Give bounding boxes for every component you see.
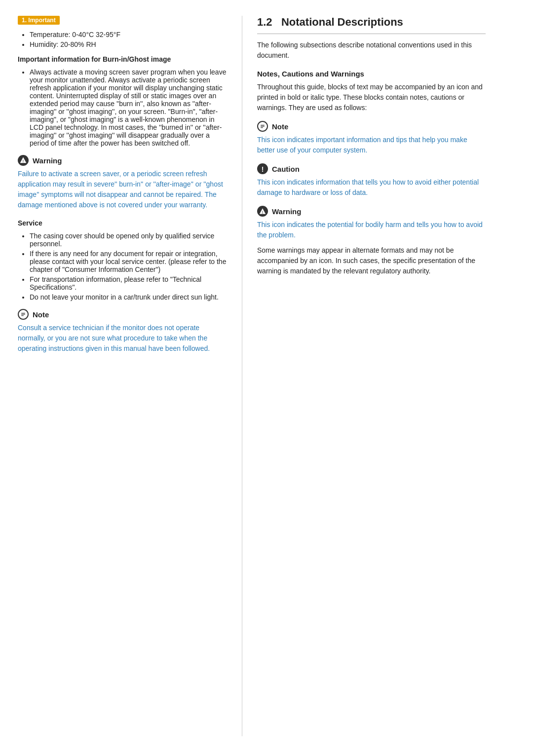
right-warning-label: Warning	[272, 207, 301, 216]
sub-heading: Notes, Cautions and Warnings	[257, 70, 486, 78]
sub-intro: Throughout this guide, blocks of text ma…	[257, 82, 486, 113]
right-warning-block: ! Warning	[257, 206, 486, 217]
list-item: Do not leave your monitor in a car/trunk…	[30, 293, 227, 301]
right-warning-text: This icon indicates the potential for bo…	[257, 220, 486, 240]
svg-rect-5	[261, 126, 265, 127]
caution-icon: !	[257, 163, 268, 174]
svg-rect-3	[21, 315, 24, 316]
right-caution-label: Caution	[272, 165, 300, 173]
right-note-label: Note	[272, 122, 288, 131]
svg-rect-1	[21, 313, 25, 313]
section-title: 1.2 Notational Descriptions	[257, 16, 486, 34]
burn-bullet-list: Always activate a moving screen saver pr…	[18, 68, 227, 147]
note-icon	[18, 309, 29, 320]
svg-text:!: !	[262, 165, 264, 173]
note-block: Note	[18, 309, 227, 320]
right-note-text: This icon indicates important informatio…	[257, 135, 486, 155]
page: 1. Important Temperature: 0-40°C 32-95°F…	[0, 0, 533, 756]
right-caution-text: This icon indicates information that tel…	[257, 177, 486, 198]
breadcrumb: 1. Important	[18, 16, 60, 25]
extra-text: Some warnings may appear in alternate fo…	[257, 245, 486, 276]
environment-list: Temperature: 0-40°C 32-95°F Humidity: 20…	[18, 31, 227, 48]
warning1-block: ! Warning	[18, 155, 227, 166]
list-item: Humidity: 20-80% RH	[30, 40, 227, 48]
warning1-text: Failure to activate a screen saver, or a…	[18, 169, 227, 210]
right-note-icon	[257, 121, 268, 132]
right-note-block: Note	[257, 121, 486, 132]
burn-section-heading: Important information for Burn-in/Ghost …	[18, 55, 227, 63]
svg-rect-2	[21, 314, 25, 315]
note-label: Note	[33, 310, 49, 319]
right-caution-block: ! Caution	[257, 163, 486, 174]
list-item: If there is any need for any document fo…	[30, 250, 227, 273]
list-item: Temperature: 0-40°C 32-95°F	[30, 31, 227, 38]
warning1-label: Warning	[33, 156, 62, 165]
list-item: For transportation information, please r…	[30, 275, 227, 291]
note-text: Consult a service technician if the moni…	[18, 323, 227, 354]
svg-text:!: !	[23, 159, 24, 163]
intro-text: The following subsections describe notat…	[257, 40, 486, 61]
service-heading: Service	[18, 219, 227, 227]
right-column: 1.2 Notational Descriptions The followin…	[242, 16, 503, 736]
burn-body-text: Always activate a moving screen saver pr…	[30, 68, 227, 147]
warning-icon: !	[18, 155, 29, 166]
svg-rect-4	[261, 125, 265, 125]
left-column: 1. Important Temperature: 0-40°C 32-95°F…	[0, 16, 242, 736]
list-item: The casing cover should be opened only b…	[30, 232, 227, 248]
right-warning-icon: !	[257, 206, 268, 217]
svg-rect-6	[261, 127, 263, 128]
svg-text:!: !	[262, 211, 263, 214]
service-list: The casing cover should be opened only b…	[18, 232, 227, 301]
